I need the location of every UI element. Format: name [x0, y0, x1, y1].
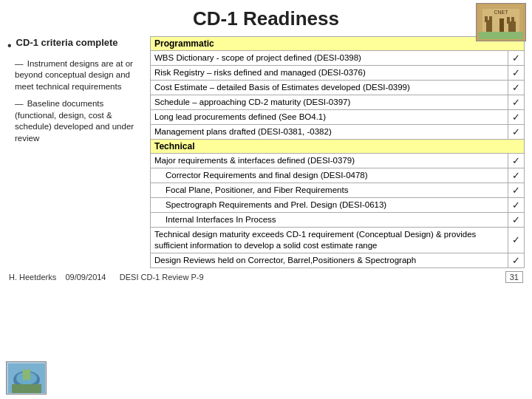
bottom-left-decoration [6, 361, 47, 395]
programmatic-header: Programmatic [151, 37, 525, 51]
prog-row-1: Risk Registry – risks defined and manage… [151, 66, 525, 81]
svg-rect-7 [507, 17, 510, 24]
tech-cell-6: Design Reviews held on Corrector, Barrel… [151, 253, 508, 267]
tech-cell-4: Internal Interfaces In Process [151, 213, 508, 228]
prog-row-4: Long lead procurements defined (See BO4.… [151, 110, 525, 125]
sub-item-1: — Instrument designs are at or beyond co… [15, 58, 144, 93]
tech-cell-2: Focal Plane, Positioner, and Fiber Requi… [151, 183, 508, 198]
prog-cell-3: Schedule – approaching CD-2 maturity (DE… [151, 95, 508, 110]
tech-check-4: ✓ [508, 213, 525, 228]
prog-check-0: ✓ [508, 51, 525, 66]
technical-header-row: Technical [151, 140, 525, 154]
tech-row-3: Spectrograph Requirements and Prel. Desi… [151, 198, 525, 213]
prog-cell-4: Long lead procurements defined (See BO4.… [151, 110, 508, 125]
footer-author: H. Heetderks 09/09/2014 DESI CD-1 Review… [9, 273, 204, 282]
tech-row-4: Internal Interfaces In Process ✓ [151, 213, 525, 228]
prog-cell-5: Management plans drafted (DESI-0381, -03… [151, 125, 508, 140]
tech-cell-1: Corrector Requirements and final design … [151, 168, 508, 183]
programmatic-header-row: Programmatic [151, 37, 525, 51]
prog-row-0: WBS Dictionary - scope of project define… [151, 51, 525, 66]
prog-check-4: ✓ [508, 110, 525, 125]
tech-check-3: ✓ [508, 198, 525, 213]
prog-cell-2: Cost Estimate – detailed Basis of Estima… [151, 81, 508, 95]
technical-header: Technical [151, 140, 525, 154]
svg-rect-9 [479, 32, 523, 39]
prog-check-2: ✓ [508, 81, 525, 95]
tech-row-2: Focal Plane, Positioner, and Fiber Requi… [151, 183, 525, 198]
tech-check-0: ✓ [508, 154, 525, 168]
tech-check-6: ✓ [508, 253, 525, 267]
page-title: CD-1 Readiness [0, 0, 532, 36]
svg-text:CNET: CNET [494, 10, 508, 15]
left-column: • CD-1 criteria complete — Instrument de… [7, 36, 144, 268]
tech-cell-5: Technical design maturity exceeds CD-1 r… [151, 228, 508, 253]
bullet-title: CD-1 criteria complete [16, 36, 118, 50]
readiness-table: Programmatic WBS Dictionary - scope of p… [150, 36, 525, 268]
tech-check-5: ✓ [508, 228, 525, 253]
tech-cell-3: Spectrograph Requirements and Prel. Desi… [151, 198, 508, 213]
tech-cell-0: Major requirements & interfaces defined … [151, 154, 508, 168]
prog-row-2: Cost Estimate – detailed Basis of Estima… [151, 81, 525, 95]
tech-check-2: ✓ [508, 183, 525, 198]
prog-cell-0: WBS Dictionary - scope of project define… [151, 51, 508, 66]
svg-rect-3 [485, 16, 488, 22]
prog-cell-1: Risk Registry – risks defined and manage… [151, 66, 508, 81]
tech-row-5: Technical design maturity exceeds CD-1 r… [151, 228, 525, 253]
prog-check-3: ✓ [508, 95, 525, 110]
prog-row-3: Schedule – approaching CD-2 maturity (DE… [151, 95, 525, 110]
tech-row-1: Corrector Requirements and final design … [151, 168, 525, 183]
tech-row-0: Major requirements & interfaces defined … [151, 154, 525, 168]
svg-rect-15 [12, 384, 41, 393]
tech-row-6: Design Reviews held on Corrector, Barrel… [151, 253, 525, 267]
svg-rect-5 [499, 18, 504, 32]
right-column: Programmatic WBS Dictionary - scope of p… [150, 36, 525, 268]
page-number: 31 [505, 271, 523, 283]
prog-check-1: ✓ [508, 66, 525, 81]
footer: H. Heetderks 09/09/2014 DESI CD-1 Review… [0, 268, 532, 283]
prog-row-5: Management plans drafted (DESI-0381, -03… [151, 125, 525, 140]
svg-rect-4 [489, 16, 492, 22]
sub-item-2: — Baseline documents (functional, design… [15, 98, 144, 144]
svg-rect-8 [511, 17, 514, 24]
top-right-decoration: CNET [476, 3, 526, 41]
tech-check-1: ✓ [508, 168, 525, 183]
prog-check-5: ✓ [508, 125, 525, 140]
svg-rect-14 [23, 369, 30, 380]
